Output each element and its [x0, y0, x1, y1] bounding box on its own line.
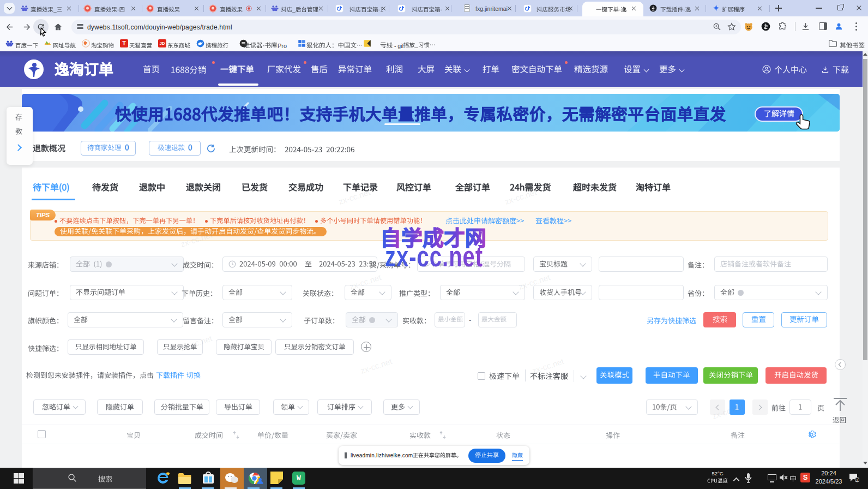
svg-text:1: 1 [856, 478, 858, 482]
